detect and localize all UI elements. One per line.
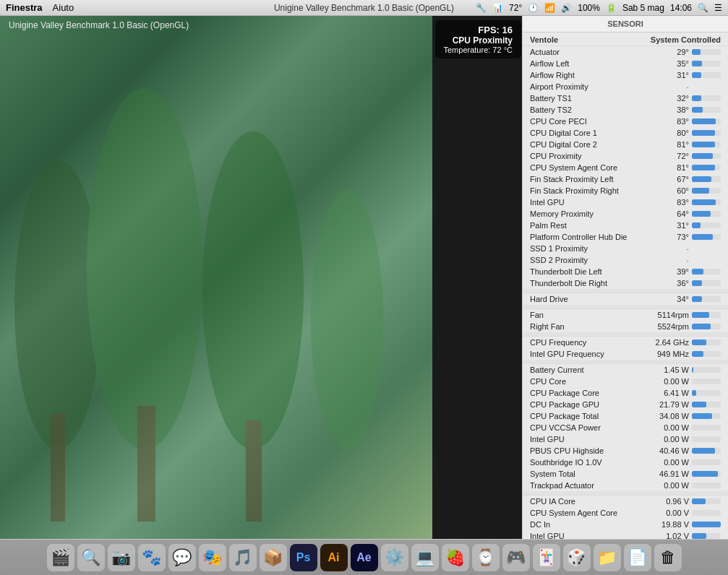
sensor-value: 6.41 W [652,389,692,397]
sensor-bar-container [692,390,721,396]
table-row: Battery TS238° [523,104,728,116]
dock-icon-messages[interactable]: 💬 [168,544,196,571]
sensor-bar [692,142,715,147]
sensor-name: Intel GPU [530,532,652,539]
sensor-name: Fin Stack Proximity Right [530,186,652,195]
sensor-name: DC In [530,520,652,529]
sensor-bar [692,188,709,194]
table-row: Memory Proximity64° [523,208,728,220]
sensor-bar-container [692,533,721,539]
table-row: Intel GPU0.00 W [523,433,728,445]
sensor-name: CPU Package GPU [530,400,652,409]
table-row: CPU Proximity72° [523,150,728,162]
sensor-name: PBUS CPU Highside [530,446,652,455]
sensor-bar-container [692,312,721,318]
sensor-bar [692,118,716,124]
menubar-menu[interactable]: ☰ [714,3,722,13]
table-row: CPU System Agent Core81° [523,162,728,173]
table-row: CPU Core PECI83° [523,116,728,127]
dock-icon-facetime[interactable]: 🎭 [199,544,226,571]
sensor-value: 81° [652,140,692,149]
sensor-value: 31° [652,71,692,79]
overlay-notification: FPS: 16 CPU Proximity Temperature: 72 °C [435,20,522,59]
sensor-bar-container [692,351,721,357]
sensor-bar-container [692,459,721,465]
sensor-bar-container [692,425,721,431]
sensor-name: Fin Stack Proximity Left [530,175,652,183]
sensor-bar [692,390,696,396]
sensor-value: 0.00 V [652,509,692,517]
sensor-bar-container [692,234,721,240]
dock-icon-5[interactable]: 🎮 [502,544,530,571]
table-row: System Total46.91 W [523,468,728,480]
table-row: CPU Frequency2.64 GHz [523,337,728,348]
sensor-value: 949 MHz [652,350,692,358]
sensor-bar [692,269,703,274]
table-row: Battery TS132° [523,92,728,104]
sensor-value: 2.64 GHz [652,338,692,347]
sensor-name: CPU System Agent Core [530,509,652,517]
sensor-bar-container [692,522,721,527]
dock-icon-terminal[interactable]: 💻 [411,544,439,571]
menubar-stats-icon: 📊 [492,3,503,13]
menu-finestra[interactable]: Finestra [6,2,43,13]
sensor-bar-container [692,498,721,504]
sensor-value: 81° [652,163,692,172]
fans-label: Ventole [530,35,558,44]
dock-icon-appstore[interactable]: 📦 [260,544,287,571]
sensor-name: Intel GPU Frequency [530,350,652,358]
dock-icon-ai[interactable]: Ai [320,544,348,571]
sensor-bar [692,413,712,419]
dock-icon-finder[interactable]: 🔍 [77,544,105,571]
sensor-name: Trackpad Actuator [530,481,652,490]
table-row: Airflow Left35° [523,58,728,69]
sensor-value: 38° [652,105,692,114]
dock-icon-downloads[interactable]: 📁 [594,544,621,571]
dock-icon-docs[interactable]: 📄 [624,544,651,571]
dock: 🎬 🔍 📷 🐾 💬 🎭 🎵 📦 Ps Ai Ae ⚙️ 💻 🍓 ⌚ 🎮 🃏 🎲 … [0,539,728,575]
dock-icon-photos[interactable]: 📷 [108,544,135,571]
sensor-bar [692,471,718,477]
menubar-search[interactable]: 🔍 [698,3,708,13]
table-row: PBUS CPU Highside40.46 W [523,445,728,457]
dock-icon-prefs[interactable]: ⚙️ [381,544,408,571]
table-row: CPU Core0.00 W [523,376,728,387]
sensor-bar-container [692,413,721,419]
sensor-name: CPU IA Core [530,497,652,506]
dock-icon-trash[interactable]: 🗑 [654,544,682,571]
sensor-value: 34° [652,295,692,303]
sensor-name: Thunderbolt Die Left [530,267,652,276]
sensor-value: 35° [652,59,692,68]
table-row: Battery Current1.45 W [523,364,728,376]
sensor-bar-container [692,61,721,66]
sensor-name: CPU Digital Core 2 [530,140,652,149]
dock-icon-4[interactable]: ⌚ [472,544,500,571]
dock-icon-3[interactable]: 🍓 [442,544,469,571]
svg-rect-6 [246,420,262,522]
table-row: Fin Stack Proximity Right60° [523,185,728,196]
sensor-name: CPU Package Core [530,389,652,397]
background-scene: Unigine Valley Benchmark 1.0 Basic (Open… [0,16,432,539]
dock-icon-music[interactable]: 🎵 [229,544,257,571]
dock-icon-video[interactable]: 🎬 [47,544,74,571]
dock-icon-ae[interactable]: Ae [351,544,378,571]
dock-icon-6[interactable]: 🃏 [533,544,560,571]
sensor-bar-container [692,188,721,194]
dock-icon-7[interactable]: 🎲 [563,544,591,571]
menu-aiuto[interactable]: Aiuto [53,2,74,13]
sensor-bar-container [692,142,721,147]
dock-icon-safari[interactable]: 🐾 [138,544,166,571]
table-row: Hard Drive34° [523,293,728,305]
sensor-value: 0.00 W [652,377,692,386]
sensor-bar [692,340,706,345]
sensor-bar-container [692,211,721,217]
sensor-name: System Total [530,470,652,478]
table-row: Platform Controller Hub Die73° [523,231,728,243]
sensor-name: Southbridge IO 1.0V [530,458,652,467]
sensor-value: 5114rpm [652,311,692,319]
sensor-value: 36° [652,279,692,288]
sensor-bar [692,448,715,454]
sensor-name: Platform Controller Hub Die [530,233,652,241]
sensor-name: Palm Rest [530,221,652,230]
dock-icon-ps[interactable]: Ps [290,544,317,571]
